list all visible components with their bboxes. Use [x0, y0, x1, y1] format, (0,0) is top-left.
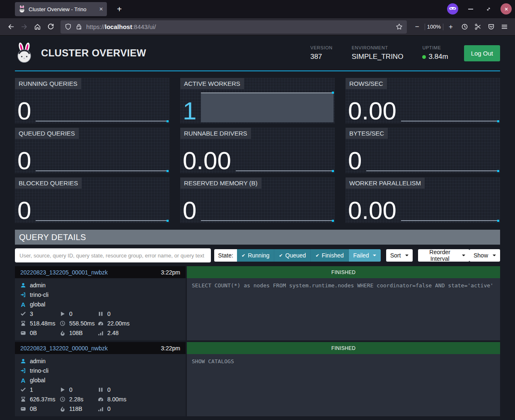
running-splits: 0 [69, 386, 73, 393]
uptime-label: UPTIME [422, 45, 448, 50]
show-dropdown[interactable]: Show [469, 249, 500, 262]
history-clock-icon[interactable] [458, 21, 471, 33]
state-filter-finished[interactable]: ✔Finished [311, 249, 348, 262]
caret-down-icon [493, 255, 496, 256]
environment-stat: ENVIRONMENT SIMPLE_TRINO [352, 45, 404, 61]
sparkline [36, 121, 168, 121]
uptime-value: 3.84m [428, 53, 448, 61]
forward-button[interactable] [17, 21, 31, 33]
menu-hamburger-icon[interactable] [498, 21, 511, 33]
caret-down-icon [405, 255, 409, 256]
elapsed-time-clock-icon [60, 396, 65, 402]
stat-card-worker-parallelism: 0.00 WORKER PARALLELISM [346, 177, 500, 223]
browser-tab[interactable]: Cluster Overview - Trino ✕ [15, 2, 107, 16]
page-title: CLUSTER OVERVIEW [41, 47, 310, 59]
stat-card-active-workers: 1 ACTIVE WORKERS [180, 78, 335, 124]
zoom-out-button[interactable]: − [412, 23, 423, 31]
query-time: 3:22pm [161, 345, 180, 352]
stat-value: 0.00 [183, 149, 236, 172]
queued-splits-pause-icon [98, 387, 104, 393]
query-row: 20220823_132202_00000_nwbzk 3:22pm admin… [15, 342, 500, 416]
url-text: https://localhost:8443/ui/ [86, 23, 392, 30]
elapsed-time-clock-icon [60, 320, 65, 326]
resource-group-icon: A [20, 301, 26, 307]
query-user: admin [30, 282, 46, 289]
state-filter-failed-dropdown[interactable]: Failed [349, 249, 381, 262]
query-id-link[interactable]: 20220823_132202_00000_nwbzk [20, 345, 161, 352]
sparkline [401, 220, 499, 221]
source-sign-in-icon [20, 368, 26, 374]
window-restore-button[interactable] [483, 3, 494, 15]
back-button[interactable] [4, 21, 17, 33]
running-splits: 0 [69, 311, 73, 317]
resource-group-icon: A [20, 377, 26, 383]
environment-label: ENVIRONMENT [352, 45, 404, 50]
query-header: 20220823_132205_00001_nwbzk 3:22pm [15, 266, 186, 278]
queued-time-hourglass-icon [20, 396, 26, 402]
query-status-badge: FINISHED [187, 342, 500, 354]
cumulative-memory: 0 [107, 405, 111, 412]
cumulative-memory: 2.48 [107, 330, 118, 336]
zoom-in-button[interactable]: + [445, 23, 456, 31]
query-row: 20220823_132205_00001_nwbzk 3:22pm admin… [15, 266, 500, 340]
cumulative-memory-chart-icon [98, 406, 104, 412]
zoom-level[interactable]: 100% [427, 24, 441, 30]
bookmark-star-icon[interactable] [396, 23, 403, 30]
current-memory: 0B [30, 405, 37, 412]
state-filter-running[interactable]: ✔Running [237, 249, 274, 262]
connection-lock-warning-icon[interactable] [75, 23, 82, 30]
sort-dropdown[interactable]: Sort [386, 249, 413, 262]
stat-value: 0 [183, 199, 201, 222]
stat-card-rows-sec: 0.00 ROWS/SEC [346, 78, 500, 124]
home-button[interactable] [31, 21, 44, 33]
sparkline [36, 220, 168, 221]
reorder-interval-dropdown[interactable]: Reorder Interval [418, 249, 469, 262]
address-bar[interactable]: https://localhost:8443/ui/ [60, 20, 407, 34]
stat-card-reserved-memory: 0 RESERVED MEMORY (B) [180, 177, 335, 223]
sparkline [236, 170, 334, 171]
cpu-time: 8.00ms [107, 396, 126, 403]
query-search-input[interactable] [15, 248, 211, 262]
sparkline [366, 170, 499, 171]
logout-button[interactable]: Log Out [464, 45, 500, 61]
stat-label: WORKER PARALLELISM [346, 177, 425, 189]
stat-label: BYTES/SEC [346, 128, 388, 139]
sparkline [201, 220, 334, 221]
query-stats-panel: admin trino-cli Aglobal 3 0 0 518.48ms 5… [15, 278, 186, 340]
queued-splits-pause-icon [98, 311, 104, 317]
sparkline [36, 170, 168, 171]
source-sign-in-icon [20, 292, 26, 298]
check-icon: ✔ [279, 253, 283, 258]
tab-close-icon[interactable]: ✕ [99, 6, 103, 12]
stat-value: 0.00 [348, 199, 401, 222]
stat-label: ACTIVE WORKERS [180, 78, 244, 89]
completed-splits: 3 [30, 311, 33, 317]
uptime-status-dot [422, 55, 426, 59]
check-icon: ✔ [315, 253, 319, 258]
peak-memory-fire-icon [60, 330, 65, 336]
query-stats-panel: admin trino-cli Aglobal 1 0 0 626.37ms 2… [15, 354, 186, 416]
browser-window: Cluster Overview - Trino ✕ + [0, 0, 515, 420]
pocket-icon[interactable] [484, 21, 498, 33]
screenshot-scissors-icon[interactable] [471, 21, 484, 33]
window-minimize-button[interactable] [465, 3, 476, 15]
window-close-button[interactable] [500, 3, 512, 15]
tracking-protection-shield-icon[interactable] [65, 23, 72, 30]
caret-down-icon [462, 255, 465, 256]
queued-splits: 0 [107, 311, 111, 317]
stat-value: 0 [17, 100, 36, 122]
queued-time: 626.37ms [30, 396, 55, 403]
state-filter-queued[interactable]: ✔Queued [274, 249, 311, 262]
peak-memory-fire-icon [60, 406, 65, 412]
current-memory-icon [20, 330, 26, 336]
reload-button[interactable] [44, 21, 57, 33]
environment-value: SIMPLE_TRINO [352, 53, 404, 61]
trino-favicon [19, 5, 25, 13]
new-tab-button[interactable]: + [114, 3, 125, 15]
query-user: admin [30, 358, 46, 364]
query-id-link[interactable]: 20220823_132205_00001_nwbzk [20, 269, 161, 276]
query-sql-text: SELECT COUNT(*) as nodes FROM system.run… [187, 278, 500, 340]
query-status-badge: FINISHED [187, 266, 500, 278]
query-filter-toolbar: State: ✔Running ✔Queued ✔Finished Failed… [15, 248, 500, 262]
stat-card-queued-queries: 0 QUEUED QUERIES [15, 128, 169, 173]
